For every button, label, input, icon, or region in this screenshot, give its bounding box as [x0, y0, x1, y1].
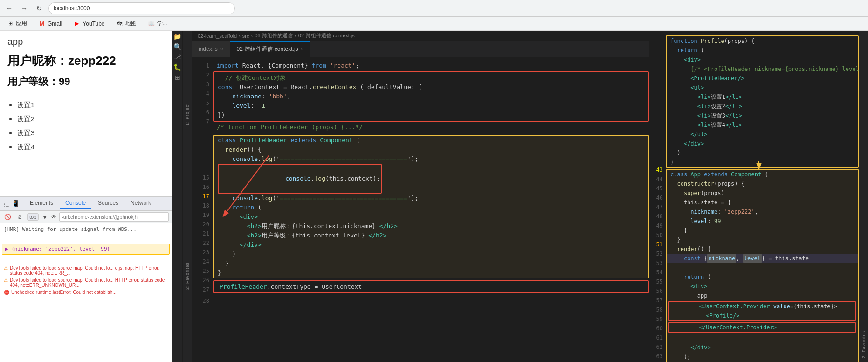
console-output: [HMR] Waiting for update signal from WDS…	[0, 223, 172, 362]
clear-console-btn[interactable]: 🚫	[3, 212, 12, 222]
rline-58: <Profile/>	[670, 311, 854, 320]
back-button[interactable]: ←	[4, 3, 15, 14]
rline-55: <div>	[667, 282, 858, 291]
tab-network[interactable]: Network	[125, 198, 157, 209]
debug-icon[interactable]: 🐛	[173, 63, 181, 71]
console-filter-input[interactable]	[59, 212, 169, 222]
apps-icon: ⊞	[7, 20, 14, 28]
preview-username: 用户昵称：zepp222	[0, 50, 172, 72]
dropdown-icon[interactable]: ▼	[41, 213, 48, 221]
code-line-15: class ProfileHeader extends Component {	[214, 136, 648, 145]
rline-fn-profile: function Profile(props) {	[667, 36, 858, 46]
code-line-19: console.log('===========================…	[214, 194, 648, 203]
refresh-button[interactable]: ↻	[34, 3, 45, 14]
preview-list: 设置1 设置2 设置3 设置4	[9, 94, 172, 158]
code-line-22: <h2>用户昵称：{this.context.nickname} </h2>	[214, 222, 648, 231]
code-line-23: <h2>用户等级：{this.context.level} </h2>	[214, 231, 648, 240]
code-line-6: })	[214, 111, 648, 120]
console-line-highlight: ▶ {nickname: 'zepp222', level: 99}	[2, 244, 170, 255]
top-selector[interactable]: top	[27, 213, 39, 221]
bookmark-maps[interactable]: 🗺 地图	[113, 19, 139, 28]
git-icon[interactable]: ⎇	[174, 53, 181, 61]
url-bar[interactable]: localhost:3000	[48, 2, 235, 14]
favorites-sidebar: 2: Favorites	[859, 31, 868, 362]
line-numbers: 1 2 3 4 5 6 7 15 16 17 18 19 20 21 22 23…	[192, 57, 213, 362]
rline-44: constructor(props) {	[667, 179, 858, 188]
code-line-20: return (	[214, 203, 648, 212]
sidebar-label-project[interactable]: 1: Project	[185, 103, 190, 125]
rline-43: class App extends Component {	[667, 170, 858, 179]
editor-tabs: index.js × 02-跨组件通信-context.js ×	[192, 41, 649, 57]
code-gap	[213, 132, 649, 134]
rline-61: </div>	[667, 343, 858, 352]
err-icon-3: ⛔	[4, 290, 9, 295]
bookmark-gmail-label: Gmail	[48, 21, 62, 27]
context-type-box: ProfileHeader.contextType = UserContext	[213, 280, 649, 293]
code-line-26: }	[214, 259, 648, 268]
tab-context-js-label: 02-跨组件通信-context.js	[237, 45, 298, 53]
youtube-icon: ▶	[73, 20, 81, 28]
rline-profileheader: <ProfileHeader/>	[667, 74, 858, 83]
breadcrumb-part-1: 02-learn_scaffold	[198, 33, 237, 39]
extensions-icon[interactable]: ⊞	[175, 74, 180, 81]
console-line-sep1: ====================================	[2, 234, 170, 243]
tab-index-js[interactable]: index.js ×	[192, 41, 230, 57]
tab-index-js-label: index.js	[199, 46, 218, 52]
devtools-inspect-icon[interactable]: ⬚	[4, 200, 10, 207]
devtools-toolbar: 🚫 ⊘ top ▼ 👁	[0, 211, 172, 223]
bookmark-study[interactable]: 📖 学...	[145, 19, 170, 28]
sidebar-label-favorites[interactable]: 2: Favorites	[185, 262, 190, 290]
rline-div: <div>	[667, 55, 858, 64]
rline-li1: <li>设置1</li>	[667, 92, 858, 102]
forward-button[interactable]: →	[19, 3, 30, 14]
rline-li4: <li>设置4</li>	[667, 120, 858, 130]
code-line-2: // 创建Context对象	[214, 73, 648, 83]
explorer-icon[interactable]: 📁	[173, 33, 181, 40]
right-line-numbers: . . . . . . . . . . . . . . 43 44 45 46 …	[649, 31, 666, 362]
tab-elements[interactable]: Elements	[24, 198, 59, 209]
profile-header-box: class ProfileHeader extends Component { …	[213, 135, 649, 278]
bookmark-gmail[interactable]: M Gmail	[35, 19, 65, 28]
rline-57: <UserContext.Provider value={this.state}…	[670, 302, 854, 311]
rline-ul-close: </ul>	[667, 130, 858, 139]
bookmark-youtube[interactable]: ▶ YouTube	[70, 19, 107, 28]
rline-52: const {nickname, level} = this.state	[667, 254, 858, 263]
breadcrumb-part-4: 02-跨组件通信-context.js	[298, 32, 355, 39]
favorites-label[interactable]: 2: Favorites	[861, 331, 866, 358]
code-line-17: ◉ console.log('=========================…	[214, 154, 648, 164]
tab-context-js[interactable]: 02-跨组件通信-context.js ×	[230, 41, 311, 57]
app-class-box: class App extends Component { constructo…	[666, 169, 859, 362]
preview-app-title: app	[0, 31, 172, 50]
tab-sources[interactable]: Sources	[92, 198, 124, 209]
rline-return-close: )	[667, 148, 858, 158]
devtools-device-icon[interactable]: 📱	[12, 200, 20, 207]
code-line-25: )	[214, 250, 648, 259]
tab-index-js-close[interactable]: ×	[220, 47, 223, 52]
list-item: 设置3	[17, 126, 164, 140]
search-icon[interactable]: 🔍	[173, 43, 181, 50]
console-line-hmr: [HMR] Waiting for update signal from WDS…	[2, 225, 170, 234]
code-line-1: import React, {Component} from 'react';	[213, 61, 649, 70]
console-error-3: ⛔ Unchecked runtime.lastError: Could not…	[2, 289, 170, 296]
filter-btn[interactable]: ⊘	[15, 212, 24, 222]
devtools-panel: ⬚ 📱 Elements Console Sources Network 🚫 ⊘…	[0, 196, 172, 362]
rline-51: ◉ render() {	[667, 244, 858, 254]
gmail-icon: M	[38, 20, 46, 28]
tab-console[interactable]: Console	[60, 198, 91, 209]
console-error-2: ⚠ DevTools failed to load source map: Co…	[2, 277, 170, 289]
eye-icon[interactable]: 👁	[51, 214, 56, 220]
rline-47: nickname: 'zepp222',	[667, 207, 858, 216]
bookmark-youtube-label: YouTube	[83, 21, 104, 27]
rline-50: }	[667, 235, 858, 244]
code-line-7: /* function ProfileHeader (props) {...*/	[213, 123, 649, 132]
breadcrumb-part-3: 06-跨组件的通信	[255, 32, 293, 39]
right-editor: . . . . . . . . . . . . . . 43 44 45 46 …	[649, 31, 859, 362]
console-line-sep2: ====================================	[2, 256, 170, 265]
code-line-4: nickname: 'bbb',	[214, 92, 648, 101]
rline-45: super(props)	[667, 188, 858, 198]
bookmark-apps[interactable]: ⊞ 应用	[4, 19, 30, 28]
code-line-3: const UserContext = React.createContext(…	[214, 83, 648, 92]
profile-fn-box: function Profile(props) { return ( <div>…	[666, 35, 859, 168]
list-item: 设置2	[17, 112, 164, 126]
tab-context-js-close[interactable]: ×	[301, 47, 304, 52]
